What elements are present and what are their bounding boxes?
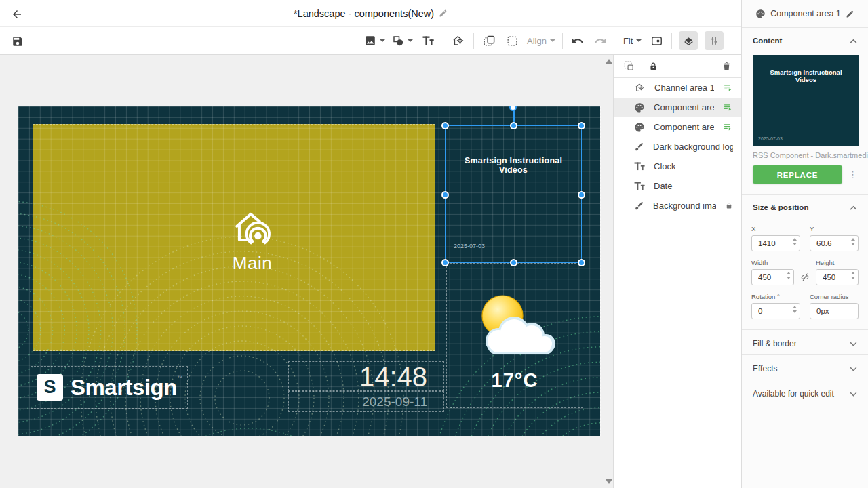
- undo-button[interactable]: [570, 31, 586, 50]
- clock-widget[interactable]: 14:48: [288, 361, 444, 391]
- layers-panel-toggle[interactable]: [679, 31, 698, 50]
- quick-edit-section-header[interactable]: Available for quick edit: [742, 380, 868, 405]
- chevron-up-icon: [850, 205, 857, 210]
- corner-radius-label: Corner radius: [810, 293, 859, 300]
- width-label: Width: [751, 259, 794, 266]
- date-widget[interactable]: 2025-09-11: [288, 391, 444, 412]
- toolbar: Align Fit: [0, 27, 741, 55]
- sun-cloud-icon: [471, 292, 559, 357]
- component-area-1-selected[interactable]: Smartsign Instructional Videos 2025-07-0…: [445, 125, 582, 263]
- settings-panel-toggle[interactable]: [705, 31, 724, 50]
- align-label: Align: [527, 36, 547, 46]
- aspect-link-toggle[interactable]: [797, 269, 812, 285]
- editor-window: *Landscape - components(New): [0, 0, 868, 488]
- effects-section-header[interactable]: Effects: [742, 355, 868, 380]
- playlist-badge-icon[interactable]: [723, 83, 733, 93]
- fill-border-section-header[interactable]: Fill & border: [742, 330, 868, 354]
- component-area-2-weather[interactable]: 17°C: [446, 263, 583, 408]
- duplicate-icon: [483, 35, 496, 47]
- layer-row-clock[interactable]: Clock: [614, 157, 741, 176]
- scroll-up-arrow[interactable]: [606, 59, 612, 64]
- height-stepper[interactable]: [851, 272, 855, 279]
- marquee-select-button[interactable]: [504, 31, 520, 50]
- preview-button[interactable]: [648, 31, 665, 50]
- toolbar-divider: [473, 33, 474, 49]
- replace-button[interactable]: REPLACE: [753, 165, 842, 184]
- resize-handle-se[interactable]: [578, 259, 585, 266]
- dark-background-logo-widget[interactable]: S Smartsign™: [31, 366, 188, 409]
- x-label: X: [751, 225, 800, 232]
- fit-dropdown[interactable]: Fit: [623, 31, 642, 50]
- chevron-down-icon: [850, 342, 857, 346]
- edit-title-icon[interactable]: [439, 9, 448, 18]
- document-title: *Landscape - components(New): [294, 8, 434, 19]
- rss-component-date: 2025-07-03: [454, 243, 485, 249]
- insert-text-button[interactable]: [420, 31, 436, 50]
- resize-handle-n[interactable]: [510, 122, 517, 129]
- group-button[interactable]: [623, 60, 635, 72]
- kebab-menu[interactable]: ⋮: [848, 171, 857, 178]
- insert-channel-button[interactable]: [450, 31, 467, 50]
- y-label: Y: [810, 225, 859, 232]
- resize-handle-s[interactable]: [510, 259, 517, 266]
- image-icon: [364, 35, 376, 47]
- content-section-header[interactable]: Content: [742, 28, 868, 51]
- save-button[interactable]: [9, 33, 26, 49]
- size-row: Width Height: [742, 259, 868, 285]
- content-preview-thumbnail[interactable]: Smartsign Instructional Videos 2025-07-0…: [753, 55, 859, 146]
- layer-row-channel-area-1[interactable]: Channel area 1: [614, 78, 741, 98]
- chevron-down-icon: [408, 39, 413, 42]
- channel-icon: [452, 34, 465, 47]
- delete-button[interactable]: [722, 61, 732, 72]
- layer-row-background-image[interactable]: Background image: [614, 196, 741, 216]
- lock-button[interactable]: [648, 61, 658, 72]
- width-stepper[interactable]: [787, 272, 791, 279]
- corner-radius-input[interactable]: [810, 303, 859, 319]
- insert-image-button[interactable]: [364, 31, 385, 50]
- resize-handle-w[interactable]: [441, 191, 449, 199]
- layer-row-date[interactable]: Date: [614, 176, 741, 196]
- toolbar-divider: [616, 33, 616, 49]
- toolbar-divider: [443, 33, 443, 49]
- logo-initial: S: [43, 377, 56, 398]
- y-inputbox: [810, 235, 859, 251]
- preview-icon: [650, 35, 663, 47]
- title-bar: *Landscape - components(New): [0, 0, 741, 27]
- size-position-section-header[interactable]: Size & position: [742, 195, 868, 218]
- playlist-badge-icon[interactable]: [723, 102, 733, 113]
- preview-date: 2025-07-03: [758, 136, 783, 141]
- preview-title: Smartsign Instructional Videos: [753, 55, 859, 83]
- chevron-down-icon: [850, 392, 857, 396]
- resize-handle-sw[interactable]: [441, 259, 449, 266]
- temperature-value: 17°C: [447, 369, 583, 392]
- back-button[interactable]: [8, 5, 26, 23]
- unlink-icon: [800, 272, 810, 283]
- duplicate-area-button[interactable]: [481, 31, 497, 50]
- rotation-stepper[interactable]: [793, 306, 797, 313]
- rename-icon[interactable]: [846, 9, 854, 18]
- align-dropdown[interactable]: Align: [527, 31, 555, 50]
- brush-icon: [634, 201, 644, 211]
- y-stepper[interactable]: [851, 238, 855, 245]
- layer-row-component-area-1[interactable]: Component area 1: [614, 98, 741, 117]
- layer-row-dark-background-logo[interactable]: Dark background logo: [614, 137, 741, 157]
- layer-row-component-area-2[interactable]: Component area 2: [614, 117, 741, 137]
- rotation-handle[interactable]: [509, 106, 517, 111]
- resize-handle-e[interactable]: [578, 191, 585, 199]
- redo-button[interactable]: [593, 31, 609, 50]
- properties-panel: Component area 1 Content Smartsign Instr…: [741, 0, 868, 488]
- design-canvas[interactable]: Main S Smartsign™ 14:48 2025-09-11: [18, 106, 600, 436]
- section-divider: [742, 405, 868, 405]
- scroll-down-arrow[interactable]: [606, 479, 612, 484]
- width-inputbox: [751, 269, 794, 285]
- playlist-badge-icon[interactable]: [723, 122, 733, 132]
- shapes-icon: [392, 35, 404, 47]
- resize-handle-ne[interactable]: [578, 122, 585, 129]
- insert-shape-button[interactable]: [392, 31, 413, 50]
- date-value: 2025-09-11: [289, 392, 443, 412]
- x-stepper[interactable]: [793, 238, 797, 245]
- resize-handle-nw[interactable]: [441, 122, 449, 129]
- locked-badge-icon: [725, 201, 733, 210]
- main-channel-widget[interactable]: Main: [201, 207, 303, 274]
- height-inputbox: [816, 269, 859, 285]
